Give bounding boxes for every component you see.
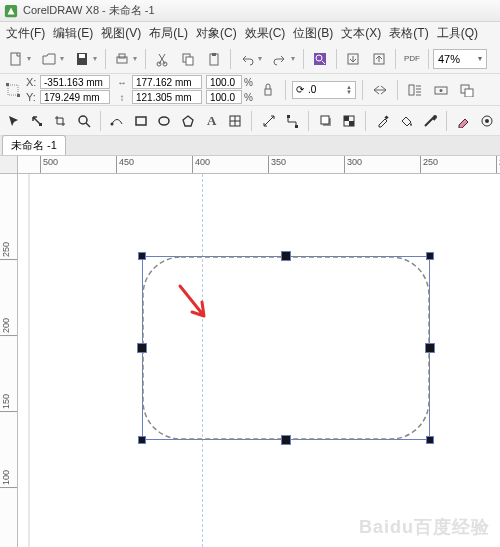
svg-point-41 (485, 119, 489, 123)
import-button[interactable] (341, 47, 365, 71)
selection-handle[interactable] (138, 436, 146, 444)
freehand-tool[interactable] (108, 111, 127, 131)
svg-rect-1 (11, 53, 20, 65)
drawing-canvas[interactable]: Baidu百度经验 (18, 174, 500, 547)
menu-effects[interactable]: 效果(C) (245, 25, 286, 42)
lock-ratio-button[interactable] (257, 79, 279, 101)
menu-table[interactable]: 表格(T) (389, 25, 428, 42)
paste-button[interactable] (202, 47, 226, 71)
eyedropper-tool[interactable] (373, 111, 392, 131)
search-button[interactable] (308, 47, 332, 71)
open-button[interactable] (37, 47, 61, 71)
height-input[interactable]: 121.305 mm (132, 90, 202, 104)
chevron-down-icon[interactable]: ▾ (93, 54, 101, 63)
menu-view[interactable]: 视图(V) (101, 25, 141, 42)
scale-y-input[interactable]: 100.0 (206, 90, 242, 104)
menu-text[interactable]: 文本(X) (341, 25, 381, 42)
chevron-down-icon[interactable]: ▾ (27, 54, 35, 63)
chevron-down-icon[interactable]: ▾ (478, 54, 482, 63)
transparency-tool[interactable] (340, 111, 359, 131)
zoom-value: 47% (438, 53, 460, 65)
mirror-h-button[interactable] (369, 79, 391, 101)
wrap-text-button[interactable] (404, 79, 426, 101)
svg-rect-28 (136, 117, 146, 125)
title-bar: CorelDRAW X8 - 未命名 -1 (0, 0, 500, 22)
copy-button[interactable] (176, 47, 200, 71)
redo-button[interactable] (268, 47, 292, 71)
chevron-down-icon[interactable]: ▾ (291, 54, 299, 63)
ellipse-tool[interactable] (155, 111, 174, 131)
svg-rect-36 (344, 116, 349, 121)
dimension-tool[interactable] (259, 111, 278, 131)
options-button[interactable] (477, 111, 496, 131)
svg-rect-20 (409, 85, 414, 95)
selection-handle[interactable] (137, 343, 147, 353)
annotation-arrow-icon (174, 282, 214, 326)
text-tool[interactable]: A (202, 111, 221, 131)
workspace: 500 450 400 350 300 250 200 250 200 150 … (0, 156, 500, 547)
height-icon: ↕ (114, 90, 130, 104)
polygon-tool[interactable] (179, 111, 198, 131)
eraser-tool[interactable] (454, 111, 473, 131)
svg-rect-11 (212, 53, 216, 56)
svg-rect-19 (265, 89, 271, 95)
pdf-button[interactable]: PDF (400, 47, 424, 71)
chevron-down-icon[interactable]: ▾ (133, 54, 141, 63)
svg-point-22 (439, 89, 442, 92)
rectangle-tool[interactable] (132, 111, 151, 131)
selection-handle[interactable] (281, 435, 291, 445)
scale-x-input[interactable]: 100.0 (206, 75, 242, 89)
transform-icon[interactable] (4, 78, 22, 102)
new-button[interactable] (4, 47, 28, 71)
selection-handle[interactable] (426, 252, 434, 260)
selection-handle[interactable] (138, 252, 146, 260)
cut-button[interactable] (150, 47, 174, 71)
export-button[interactable] (367, 47, 391, 71)
svg-rect-37 (349, 121, 354, 126)
svg-rect-34 (321, 116, 329, 124)
svg-rect-32 (295, 125, 298, 128)
ruler-horizontal[interactable]: 500 450 400 350 300 250 200 (18, 156, 500, 174)
selection-handle[interactable] (425, 343, 435, 353)
menu-file[interactable]: 文件(F) (6, 25, 45, 42)
menu-layout[interactable]: 布局(L) (149, 25, 188, 42)
crop-tool[interactable] (51, 111, 70, 131)
x-position-input[interactable]: -351.163 mm (40, 75, 110, 89)
connector-tool[interactable] (283, 111, 302, 131)
rotation-input[interactable]: ⟳ .0 ▲▼ (292, 81, 356, 99)
selection-handle[interactable] (426, 436, 434, 444)
svg-rect-17 (6, 83, 9, 86)
zoom-input[interactable]: 47%▾ (433, 49, 487, 69)
standard-toolbar: ▾ ▾ ▾ ▾ ▾ ▾ PDF 47%▾ (0, 44, 500, 74)
menu-bitmap[interactable]: 位图(B) (293, 25, 333, 42)
svg-rect-24 (465, 89, 473, 97)
dropshadow-tool[interactable] (316, 111, 335, 131)
document-tab[interactable]: 未命名 -1 (2, 135, 66, 155)
outline-tool[interactable] (420, 111, 439, 131)
menu-tools[interactable]: 工具(Q) (437, 25, 478, 42)
zoom-tool[interactable] (75, 111, 94, 131)
y-position-input[interactable]: 179.249 mm (40, 90, 110, 104)
table-tool[interactable] (226, 111, 245, 131)
chevron-down-icon[interactable]: ▾ (258, 54, 266, 63)
width-input[interactable]: 177.162 mm (132, 75, 202, 89)
document-tabs: 未命名 -1 (0, 136, 500, 156)
fill-tool[interactable] (397, 111, 416, 131)
shape-tool[interactable] (28, 111, 47, 131)
undo-button[interactable] (235, 47, 259, 71)
svg-point-27 (111, 122, 114, 125)
save-button[interactable] (70, 47, 94, 71)
pick-tool[interactable] (4, 111, 23, 131)
print-button[interactable] (110, 47, 134, 71)
order-button[interactable] (456, 79, 478, 101)
rotate-icon: ⟳ (296, 84, 304, 95)
chevron-down-icon[interactable]: ▾ (60, 54, 68, 63)
ruler-origin[interactable] (0, 156, 18, 174)
menu-object[interactable]: 对象(C) (196, 25, 237, 42)
ruler-vertical[interactable]: 250 200 150 100 (0, 174, 18, 547)
menu-edit[interactable]: 编辑(E) (53, 25, 93, 42)
menu-bar: 文件(F) 编辑(E) 视图(V) 布局(L) 对象(C) 效果(C) 位图(B… (0, 22, 500, 44)
align-button[interactable] (430, 79, 452, 101)
svg-point-39 (433, 115, 437, 119)
selection-handle[interactable] (281, 251, 291, 261)
